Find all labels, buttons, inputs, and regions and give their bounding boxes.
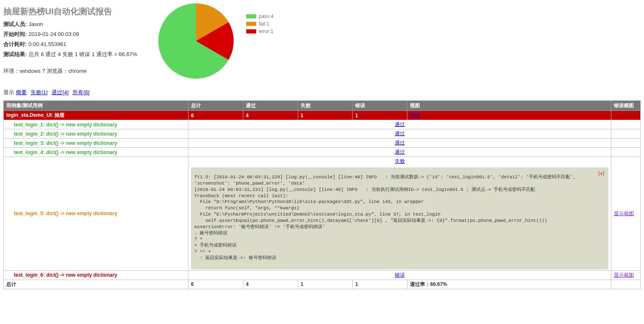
th-view: 视图 bbox=[407, 101, 611, 111]
case-name: test_login_1: dict() -> new empty dictio… bbox=[4, 120, 188, 129]
suite-view: 详情 bbox=[407, 111, 611, 120]
case-status-link[interactable]: 失败 bbox=[395, 158, 405, 164]
result-pie-chart bbox=[158, 3, 234, 79]
case-status-link[interactable]: 通过 bbox=[395, 149, 405, 155]
filter-fail-link[interactable]: 失败[1] bbox=[31, 89, 47, 95]
start-row: 开始时间: 2019-01-24 00:03:09 bbox=[3, 31, 137, 38]
screenshot-link[interactable]: 显示截图 bbox=[614, 211, 634, 216]
close-traceback-button[interactable]: [x] bbox=[598, 170, 604, 177]
traceback-text: ft1.5: [2019-01-24 00:03:31,226] [log.py… bbox=[194, 175, 579, 260]
table-row: test_login_5: dict() -> new empty dictio… bbox=[4, 157, 641, 271]
screenshot-link[interactable]: 显示截图 bbox=[614, 272, 634, 278]
case-name: test_login_4: dict() -> new empty dictio… bbox=[4, 148, 188, 157]
table-row: test_login_2: dict() -> new empty dictio… bbox=[4, 129, 641, 139]
fail-swatch-icon bbox=[246, 22, 256, 26]
suite-ss bbox=[611, 111, 641, 120]
filter-label: 显示 bbox=[3, 89, 14, 95]
filter-pass-link[interactable]: 通过[4] bbox=[52, 89, 68, 95]
th-suite: 用例集/测试用例 bbox=[4, 101, 188, 111]
th-count: 总计 bbox=[188, 101, 243, 111]
th-fail: 失败 bbox=[298, 101, 353, 111]
case-name: test_login_5: dict() -> new empty dictio… bbox=[4, 157, 188, 271]
table-row: test_login_6: dict() -> new empty dictio… bbox=[4, 270, 641, 280]
suite-row: login_sta.Demo_UI: 抽屉 6 4 1 1 详情 bbox=[4, 111, 641, 120]
report-title: 抽屉新热榜UI自动化测试报告 bbox=[3, 6, 137, 17]
duration-row: 合计耗时: 0:00:41.553961 bbox=[3, 41, 137, 48]
suite-error: 1 bbox=[353, 111, 407, 120]
suite-name: login_sta.Demo_UI: 抽屉 bbox=[4, 111, 188, 120]
result-table: 用例集/测试用例 总计 通过 失败 错误 视图 错误截图 login_sta.D… bbox=[3, 100, 641, 289]
total-error: 1 bbox=[353, 280, 407, 289]
total-rate: 通过率：66.67% bbox=[407, 280, 611, 289]
env-row: 环境：windows 7 浏览器：chrome bbox=[3, 67, 137, 75]
legend-pass: pass:4 bbox=[246, 13, 273, 19]
total-fail: 1 bbox=[298, 280, 353, 289]
table-row: test_login_1: dict() -> new empty dictio… bbox=[4, 120, 641, 129]
pass-swatch-icon bbox=[246, 14, 256, 18]
pie-legend: pass:4 fail:1 error:1 bbox=[246, 12, 273, 36]
result-row: 测试结果: 总共 6 通过 4 失败 1 错误 1 通过率 = 66.67% bbox=[3, 51, 137, 58]
th-error: 错误 bbox=[353, 101, 407, 111]
legend-fail: fail:1 bbox=[246, 21, 273, 27]
total-pass: 4 bbox=[243, 280, 298, 289]
filter-row: 显示 概要 失败[1] 通过[4] 所有[6] bbox=[3, 89, 641, 96]
table-row: test_login_4: dict() -> new empty dictio… bbox=[4, 148, 641, 157]
case-name: test_login_6: dict() -> new empty dictio… bbox=[4, 270, 188, 280]
case-name: test_login_3: dict() -> new empty dictio… bbox=[4, 139, 188, 148]
suite-count: 6 bbox=[188, 111, 243, 120]
th-screenshot: 错误截图 bbox=[611, 101, 641, 111]
total-count: 6 bbox=[188, 280, 243, 289]
legend-error: error:1 bbox=[246, 28, 273, 34]
filter-all-link[interactable]: 所有[6] bbox=[72, 89, 89, 95]
case-status-link[interactable]: 错误 bbox=[395, 272, 405, 278]
th-pass: 通过 bbox=[243, 101, 298, 111]
total-label: 总计 bbox=[4, 280, 188, 289]
total-row: 总计 6 4 1 1 通过率：66.67% bbox=[4, 280, 641, 289]
table-row: test_login_3: dict() -> new empty dictio… bbox=[4, 139, 641, 148]
case-name: test_login_2: dict() -> new empty dictio… bbox=[4, 129, 188, 139]
case-status-link[interactable]: 通过 bbox=[395, 121, 405, 127]
fail-traceback: [x]ft1.5: [2019-01-24 00:03:31,226] [log… bbox=[191, 167, 608, 270]
suite-fail: 1 bbox=[298, 111, 353, 120]
tester-row: 测试人员: Jason bbox=[3, 21, 137, 28]
case-status-link[interactable]: 通过 bbox=[395, 140, 405, 146]
case-status-link[interactable]: 通过 bbox=[395, 131, 405, 136]
suite-detail-link[interactable]: 详情 bbox=[410, 112, 420, 118]
suite-pass: 4 bbox=[243, 111, 298, 120]
error-swatch-icon bbox=[246, 29, 256, 33]
filter-summary-link[interactable]: 概要 bbox=[16, 89, 27, 95]
